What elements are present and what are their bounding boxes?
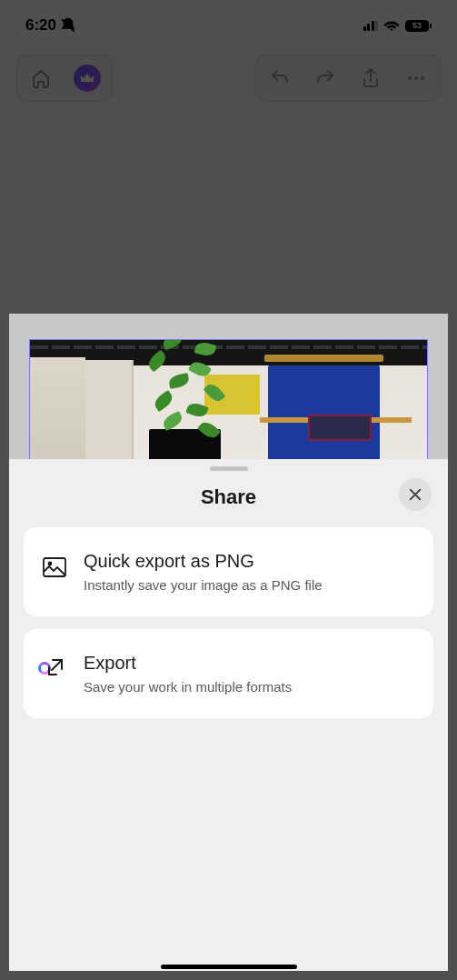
- more-icon: [405, 67, 427, 89]
- cellular-signal-icon: [363, 20, 379, 31]
- status-left: 6:20: [25, 16, 76, 35]
- sheet-title: Share: [201, 485, 256, 509]
- svg-point-2: [421, 76, 424, 80]
- share-button[interactable]: [358, 65, 383, 91]
- svg-point-1: [414, 76, 418, 80]
- status-time: 6:20: [25, 16, 56, 35]
- export-option[interactable]: Export Save your work in multiple format…: [24, 629, 433, 718]
- image-icon: [42, 555, 67, 580]
- premium-button[interactable]: [74, 65, 101, 92]
- option-subtitle: Save your work in multiple formats: [84, 679, 415, 695]
- battery-level: 53: [412, 21, 422, 30]
- do-not-disturb-icon: [60, 17, 76, 34]
- redo-icon: [314, 67, 336, 89]
- sheet-header: Share: [9, 482, 448, 527]
- close-icon: [407, 486, 423, 503]
- option-subtitle: Instantly save your image as a PNG file: [84, 577, 415, 593]
- share-options: Quick export as PNG Instantly save your …: [9, 527, 448, 718]
- wifi-icon: [383, 19, 400, 32]
- svg-rect-3: [44, 558, 65, 576]
- undo-button[interactable]: [267, 65, 293, 91]
- toolbar: [0, 45, 457, 111]
- home-indicator[interactable]: [161, 965, 297, 969]
- status-right: 53: [363, 19, 432, 32]
- status-bar: 6:20 53: [0, 0, 457, 45]
- export-icon: [42, 656, 67, 682]
- home-icon: [30, 67, 52, 89]
- toolbar-left-group: [16, 55, 113, 102]
- crown-icon: [80, 72, 94, 85]
- share-sheet: Share Quick export as PNG Insta: [9, 459, 448, 971]
- toolbar-right-group: [255, 55, 441, 102]
- close-button[interactable]: [399, 478, 432, 511]
- app-screen: 6:20 53: [0, 0, 457, 980]
- quick-export-png-option[interactable]: Quick export as PNG Instantly save your …: [24, 527, 433, 616]
- undo-icon: [269, 67, 291, 89]
- option-title: Export: [84, 653, 415, 674]
- battery-icon: 53: [405, 20, 432, 32]
- sheet-drag-handle[interactable]: [210, 466, 248, 471]
- redo-button[interactable]: [313, 65, 338, 91]
- share-icon: [360, 67, 382, 89]
- svg-point-0: [408, 76, 412, 80]
- more-button[interactable]: [403, 65, 429, 91]
- svg-point-4: [49, 563, 52, 565]
- home-button[interactable]: [28, 65, 54, 91]
- option-title: Quick export as PNG: [84, 551, 415, 572]
